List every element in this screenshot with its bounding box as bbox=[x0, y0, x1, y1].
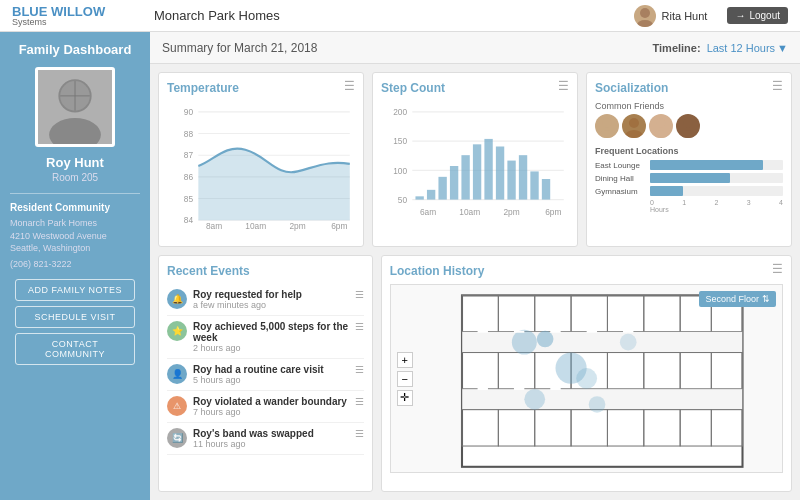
svg-text:100: 100 bbox=[393, 165, 407, 175]
summary-date: Summary for March 21, 2018 bbox=[162, 41, 317, 55]
svg-rect-40 bbox=[461, 155, 469, 199]
floor-selector[interactable]: Second Floor ⇅ bbox=[699, 291, 776, 307]
svg-point-1 bbox=[637, 20, 653, 27]
sidebar-title: Family Dashboard bbox=[19, 42, 132, 57]
svg-rect-38 bbox=[438, 177, 446, 200]
svg-text:86: 86 bbox=[184, 172, 194, 182]
add-family-notes-button[interactable]: ADD FAMILY NOTES bbox=[15, 279, 135, 301]
svg-text:50: 50 bbox=[398, 195, 408, 205]
svg-text:2pm: 2pm bbox=[289, 221, 305, 231]
event-item-1: 🔔 Roy requested for help a few minutes a… bbox=[167, 284, 364, 316]
svg-text:88: 88 bbox=[184, 129, 194, 139]
location-menu-icon[interactable]: ☰ bbox=[772, 262, 783, 276]
resident-name: Roy Hunt bbox=[46, 155, 104, 170]
socialization-card: Socialization ☰ Common Friends bbox=[586, 72, 792, 247]
timeline-label: Timeline: bbox=[653, 42, 701, 54]
logout-icon: → bbox=[735, 10, 745, 21]
location-history-card: Location History ☰ bbox=[381, 255, 792, 492]
svg-point-84 bbox=[536, 331, 553, 348]
svg-point-83 bbox=[512, 330, 537, 355]
event-icon-1: 🔔 bbox=[167, 289, 187, 309]
sidebar: Family Dashboard Roy Hunt Room 205 Resid… bbox=[0, 32, 150, 500]
move-button[interactable]: ✛ bbox=[397, 390, 413, 406]
event-action-5[interactable]: ☰ bbox=[355, 428, 364, 439]
friend-avatar-1 bbox=[595, 114, 619, 138]
event-action-4[interactable]: ☰ bbox=[355, 396, 364, 407]
logo: BLUE WILLOW Systems bbox=[12, 5, 142, 27]
svg-point-49 bbox=[598, 130, 616, 138]
user-name: Rita Hunt bbox=[662, 10, 708, 22]
friend-avatar-4 bbox=[676, 114, 700, 138]
socialization-title: Socialization bbox=[595, 81, 783, 95]
svg-rect-47 bbox=[542, 179, 550, 200]
zoom-out-button[interactable]: − bbox=[397, 371, 413, 387]
floor-map: + − ✛ Second Floor ⇅ bbox=[390, 284, 783, 473]
svg-rect-37 bbox=[427, 190, 435, 200]
timeline-value[interactable]: Last 12 Hours ▼ bbox=[707, 42, 788, 54]
events-title: Recent Events bbox=[167, 264, 364, 278]
event-item-4: ⚠ Roy violated a wander boundary 7 hours… bbox=[167, 391, 364, 423]
resident-phone: (206) 821-3222 bbox=[10, 259, 140, 269]
svg-point-0 bbox=[640, 8, 650, 18]
svg-point-54 bbox=[683, 118, 693, 128]
logo-systems: Systems bbox=[12, 18, 105, 27]
event-action-3[interactable]: ☰ bbox=[355, 364, 364, 375]
step-count-card: Step Count ☰ 200 150 100 50 6am 10am 2pm bbox=[372, 72, 578, 247]
facility-name: Monarch Park Homes bbox=[154, 8, 622, 23]
temperature-card: Temperature ☰ 90 88 87 86 bbox=[158, 72, 364, 247]
event-action-1[interactable]: ☰ bbox=[355, 289, 364, 300]
logo-blue: BLUE WILLOW bbox=[12, 5, 105, 18]
step-menu-icon[interactable]: ☰ bbox=[558, 79, 569, 93]
svg-rect-42 bbox=[484, 139, 492, 200]
locations-title: Frequent Locations bbox=[595, 146, 783, 156]
schedule-visit-button[interactable]: SCHEDULE VISIT bbox=[15, 306, 135, 328]
svg-point-52 bbox=[656, 118, 666, 128]
social-menu-icon[interactable]: ☰ bbox=[772, 79, 783, 93]
svg-rect-39 bbox=[450, 166, 458, 200]
svg-rect-45 bbox=[519, 155, 527, 199]
svg-text:2pm: 2pm bbox=[503, 207, 519, 217]
zoom-in-button[interactable]: + bbox=[397, 352, 413, 368]
chevron-down-icon: ▼ bbox=[777, 42, 788, 54]
logout-button[interactable]: → Logout bbox=[727, 7, 788, 24]
svg-rect-41 bbox=[473, 144, 481, 199]
svg-point-53 bbox=[652, 130, 670, 138]
recent-events-card: Recent Events 🔔 Roy requested for help a… bbox=[158, 255, 373, 492]
svg-point-48 bbox=[602, 118, 612, 128]
event-action-2[interactable]: ☰ bbox=[355, 321, 364, 332]
svg-rect-36 bbox=[415, 196, 423, 199]
friends-avatars bbox=[595, 114, 783, 138]
event-item-3: 👤 Roy had a routine care visit 5 hours a… bbox=[167, 359, 364, 391]
svg-rect-44 bbox=[507, 161, 515, 200]
event-icon-3: 👤 bbox=[167, 364, 187, 384]
svg-text:10am: 10am bbox=[459, 207, 480, 217]
event-item-5: 🔄 Roy's band was swapped 11 hours ago ☰ bbox=[167, 423, 364, 455]
friend-avatar-2 bbox=[622, 114, 646, 138]
temp-menu-icon[interactable]: ☰ bbox=[344, 79, 355, 93]
bar-axis: 01234 bbox=[595, 199, 783, 206]
location-bar-east: East Lounge bbox=[595, 160, 783, 170]
event-item-2: ⭐ Roy achieved 5,000 steps for the week … bbox=[167, 316, 364, 359]
locations-chart: East Lounge Dining Hall Gymnasium 0 bbox=[595, 160, 783, 213]
svg-text:150: 150 bbox=[393, 136, 407, 146]
svg-text:90: 90 bbox=[184, 107, 194, 117]
resident-address: Monarch Park Homes 4210 Westwood Avenue … bbox=[10, 217, 140, 255]
step-count-title: Step Count bbox=[381, 81, 569, 95]
event-icon-4: ⚠ bbox=[167, 396, 187, 416]
svg-text:8am: 8am bbox=[206, 221, 222, 231]
svg-text:200: 200 bbox=[393, 107, 407, 117]
svg-text:6pm: 6pm bbox=[331, 221, 347, 231]
svg-text:6pm: 6pm bbox=[545, 207, 561, 217]
svg-point-87 bbox=[524, 389, 545, 410]
map-controls: + − ✛ bbox=[397, 352, 413, 406]
avatar bbox=[634, 5, 656, 27]
floor-arrows-icon: ⇅ bbox=[762, 294, 770, 304]
svg-point-89 bbox=[620, 334, 637, 351]
svg-rect-65 bbox=[462, 332, 743, 353]
friend-avatar-3 bbox=[649, 114, 673, 138]
resident-photo bbox=[35, 67, 115, 147]
svg-point-50 bbox=[629, 118, 639, 128]
svg-text:6am: 6am bbox=[420, 207, 436, 217]
svg-text:10am: 10am bbox=[245, 221, 266, 231]
contact-community-button[interactable]: CONTACT COMMUNITY bbox=[15, 333, 135, 365]
